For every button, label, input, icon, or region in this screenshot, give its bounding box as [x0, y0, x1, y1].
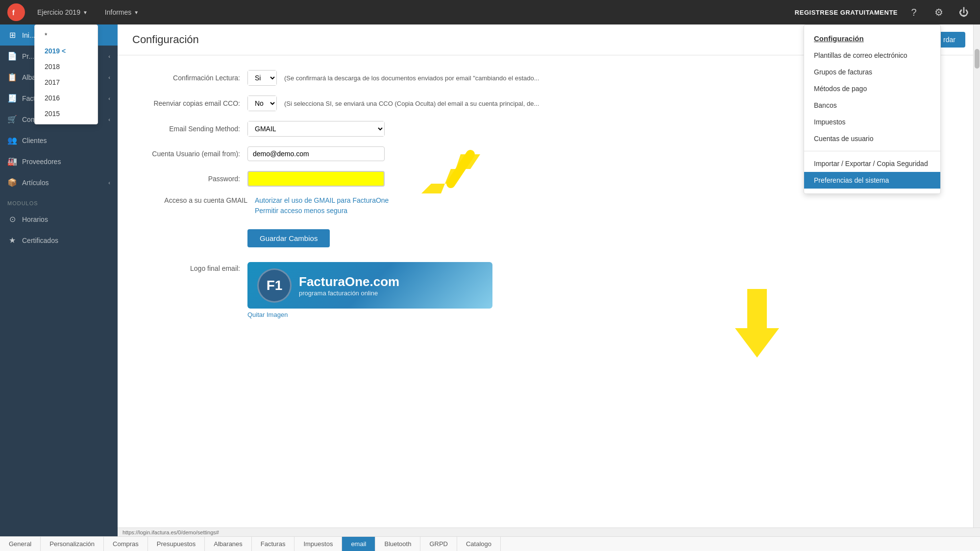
modulos-label: MODULOS — [0, 193, 118, 209]
certificados-icon: ★ — [7, 236, 17, 245]
save-btn-area: Guardar Cambios — [142, 224, 956, 262]
gear-grupos[interactable]: Grupos de facturas — [804, 64, 940, 80]
facturas-icon: 🧾 — [7, 94, 17, 103]
tab-bluetooth[interactable]: Bluetooth — [375, 537, 420, 551]
logo-circle: F1 — [257, 268, 292, 303]
logo-section: Logo final email: F1 FacturaOne.com prog… — [142, 262, 956, 318]
help-icon[interactable]: ? — [905, 3, 923, 21]
compras-arrow-icon: ‹ — [108, 117, 110, 122]
presupuestos-icon: 📄 — [7, 51, 17, 61]
compras-icon: 🛒 — [7, 115, 17, 124]
email-method-select[interactable]: GMAIL SMTP PHP — [247, 121, 385, 137]
tab-presupuestos[interactable]: Presupuestos — [148, 537, 205, 551]
cuenta-label: Cuenta Usuario (email from): — [142, 150, 240, 158]
authorize-gmail-link[interactable]: Autorizar el uso de GMAIL para FacturaOn… — [255, 196, 389, 204]
articulos-arrow-icon: ‹ — [108, 180, 110, 186]
svg-text:f: f — [12, 9, 15, 17]
albaranes-arrow-icon: ‹ — [108, 74, 110, 80]
gear-dropdown: Configuración Plantillas de correo elect… — [804, 24, 941, 194]
reenviar-hint: (Si selecciona SI, se enviará una CCO (C… — [284, 100, 539, 107]
tab-grpd[interactable]: GRPD — [420, 537, 457, 551]
bottom-tabs: General Personalización Compras Presupue… — [0, 536, 980, 551]
tab-general[interactable]: General — [0, 537, 41, 551]
confirmacion-select[interactable]: Si No — [247, 70, 277, 86]
year-2017[interactable]: 2017 — [35, 74, 98, 90]
reenviar-label: Reenviar copias email CCO: — [142, 99, 240, 107]
register-button[interactable]: REGISTRESE GRATUITAMENTE — [795, 9, 898, 16]
remove-image-link[interactable]: Quitar Imagen — [247, 311, 492, 318]
confirmacion-hint: (Se confirmará la descarga de los docume… — [284, 74, 539, 82]
articulos-icon: 📦 — [7, 178, 17, 187]
email-method-select-input[interactable]: GMAIL SMTP PHP — [248, 121, 384, 136]
status-url: https://login.ifactura.es/0/demo/setting… — [122, 529, 219, 535]
inicio-icon: ⊞ — [7, 30, 17, 40]
sidebar-item-certificados[interactable]: ★ Certificados — [0, 230, 118, 251]
gear-metodos[interactable]: Métodos de pago — [804, 80, 940, 97]
confirmacion-select-input[interactable]: Si No — [248, 71, 276, 85]
sidebar-item-clientes[interactable]: 👥 Clientes — [0, 130, 118, 151]
power-icon[interactable]: ⏻ — [955, 3, 973, 21]
password-label: Password: — [142, 175, 240, 183]
facturas-arrow-icon: ‹ — [108, 96, 110, 101]
informes-dropdown[interactable]: Informes ▼ — [100, 6, 144, 19]
presupuestos-arrow-icon: ‹ — [108, 53, 110, 59]
save-button[interactable]: Guardar Cambios — [247, 229, 330, 247]
reenviar-select[interactable]: Si No — [247, 96, 277, 111]
logo-sub-text: programa facturación online — [299, 289, 399, 297]
tab-personalizacion[interactable]: Personalización — [41, 537, 104, 551]
year-dropdown: * 2019 < 2018 2017 2016 2015 — [34, 24, 98, 124]
status-bar: https://login.ifactura.es/0/demo/setting… — [118, 527, 980, 536]
acceso-row: Acceso a su cuenta GMAIL Autorizar el us… — [142, 196, 956, 215]
tab-albaranes[interactable]: Albaranes — [205, 537, 252, 551]
confirmacion-label: Confirmación Lectura: — [142, 74, 240, 82]
sidebar-item-proveedores[interactable]: 🏭 Proveedores — [0, 151, 118, 172]
clientes-icon: 👥 — [7, 136, 17, 145]
password-input[interactable] — [247, 171, 385, 187]
albaranes-icon: 📋 — [7, 72, 17, 82]
logo-company-name: FacturaOne.com — [299, 274, 399, 289]
horarios-icon: ⊙ — [7, 215, 17, 224]
cuenta-input[interactable] — [247, 146, 385, 161]
app-logo[interactable]: f — [7, 3, 25, 21]
reenviar-select-input[interactable]: Si No — [248, 96, 276, 111]
permit-access-link[interactable]: Permitir acceso menos segura — [255, 207, 389, 215]
tab-impuestos[interactable]: Impuestos — [294, 537, 342, 551]
gear-header: Configuración — [804, 30, 940, 47]
year-2018[interactable]: 2018 — [35, 59, 98, 74]
gear-cuentas[interactable]: Cuentas de usuario — [804, 130, 940, 147]
gear-impuestos[interactable]: Impuestos — [804, 114, 940, 130]
gear-importar[interactable]: Importar / Exportar / Copia Seguridad — [804, 155, 940, 172]
sidebar-item-articulos[interactable]: 📦 Artículos ‹ — [0, 172, 118, 193]
ejercicio-dropdown[interactable]: Ejercicio 2019 ▼ — [32, 6, 93, 19]
year-wildcard[interactable]: * — [35, 27, 98, 43]
acceso-label: Acceso a su cuenta GMAIL — [149, 196, 247, 204]
tab-catalogo[interactable]: Catalogo — [457, 537, 501, 551]
informes-arrow-icon: ▼ — [134, 10, 139, 15]
scroll-thumb[interactable] — [975, 49, 980, 69]
gear-bancos[interactable]: Bancos — [804, 97, 940, 114]
email-method-label: Email Sending Method: — [142, 125, 240, 133]
proveedores-icon: 🏭 — [7, 157, 17, 166]
gear-plantillas[interactable]: Plantillas de correo electrónico — [804, 47, 940, 64]
sidebar-item-horarios[interactable]: ⊙ Horarios — [0, 209, 118, 230]
logo-banner: F1 FacturaOne.com programa facturación o… — [247, 262, 492, 309]
year-2015[interactable]: 2015 — [35, 106, 98, 121]
tab-compras[interactable]: Compras — [104, 537, 148, 551]
top-nav: f Ejercicio 2019 ▼ Informes ▼ REGISTRESE… — [0, 0, 980, 24]
ejercicio-arrow-icon: ▼ — [83, 10, 88, 15]
scroll-bar[interactable] — [973, 24, 980, 536]
settings-icon[interactable]: ⚙ — [930, 3, 948, 21]
tab-facturas[interactable]: Facturas — [252, 537, 295, 551]
gear-preferencias[interactable]: Preferencias del sistema — [804, 172, 940, 189]
page-title: Configuración — [132, 33, 199, 46]
year-2016[interactable]: 2016 — [35, 90, 98, 106]
year-2019[interactable]: 2019 < — [35, 43, 98, 59]
tab-email[interactable]: email — [342, 537, 375, 551]
logo-label: Logo final email: — [142, 262, 240, 272]
